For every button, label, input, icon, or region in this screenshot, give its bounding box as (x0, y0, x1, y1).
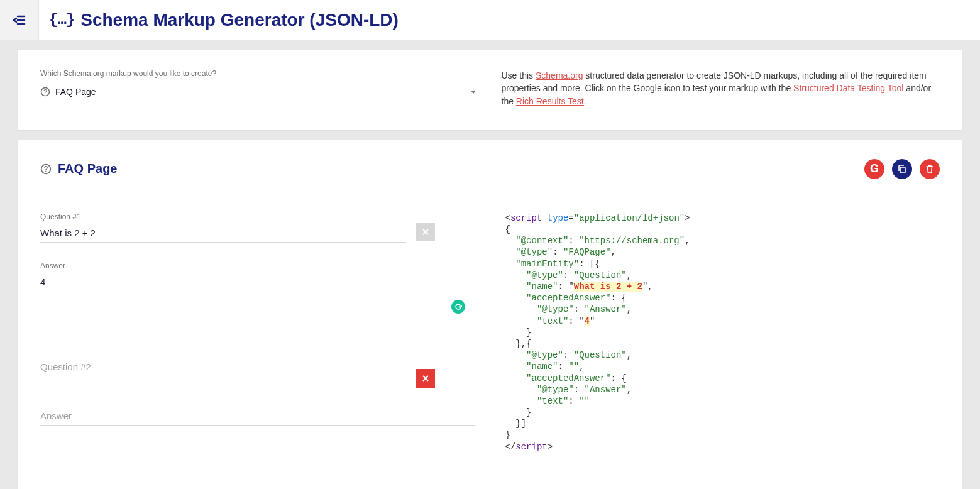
svg-marker-5 (471, 91, 476, 94)
section-title: FAQ Page (58, 162, 864, 176)
help-icon: ? (40, 87, 50, 97)
schema-org-link[interactable]: Schema.org (536, 70, 583, 80)
question-1-input[interactable] (40, 225, 406, 243)
remove-question-2-button[interactable] (416, 369, 435, 388)
page-title: Schema Markup Generator (JSON-LD) (80, 10, 399, 30)
question-label: Question #1 (40, 212, 475, 221)
svg-rect-8 (900, 167, 905, 173)
svg-text:?: ? (43, 88, 47, 96)
trash-icon (925, 164, 935, 174)
copy-icon (897, 164, 907, 174)
copy-button[interactable] (892, 159, 912, 179)
chevron-down-icon (470, 89, 476, 95)
answer-1-input[interactable] (40, 274, 475, 319)
answer-label: Answer (40, 261, 475, 270)
menu-toggle-button[interactable] (0, 0, 39, 40)
close-icon (422, 228, 429, 236)
intro-paragraph: Use this Schema.org structured data gene… (502, 69, 940, 107)
structured-data-tool-link[interactable]: Structured Data Testing Tool (793, 83, 903, 93)
help-icon: ? (40, 163, 52, 175)
logo-brace: {…} (49, 11, 74, 28)
grammarly-button[interactable] (451, 300, 465, 314)
menu-collapse-icon (12, 13, 27, 28)
rich-results-link[interactable]: Rich Results Test (516, 96, 584, 106)
remove-question-1-button[interactable] (416, 223, 435, 241)
close-icon (422, 375, 429, 382)
code-output: <script type="application/ld+json"> { "@… (505, 212, 940, 453)
question-2-input[interactable] (40, 359, 406, 376)
svg-text:?: ? (44, 165, 48, 173)
answer-2-input[interactable] (40, 408, 475, 426)
divider (40, 197, 940, 197)
schema-select-label: Which Schema.org markup would you like t… (40, 69, 479, 78)
grammarly-icon (454, 303, 462, 310)
google-test-button[interactable]: G (864, 159, 884, 179)
schema-select-value: FAQ Page (55, 87, 470, 97)
schema-select[interactable]: ? FAQ Page (40, 84, 479, 101)
clear-button[interactable] (920, 159, 940, 179)
